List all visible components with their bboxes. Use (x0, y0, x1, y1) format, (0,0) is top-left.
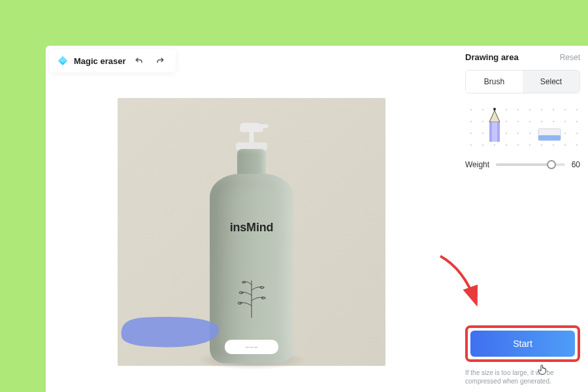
slider-thumb[interactable] (547, 160, 556, 169)
tool-choices (465, 104, 580, 151)
app-logo-icon (57, 55, 69, 67)
tool-title: Magic eraser (74, 56, 126, 66)
panel-footer: Start If the size is too large, it will … (465, 325, 580, 385)
svg-rect-10 (492, 122, 497, 142)
app-window: Magic eraser insMind — — — (46, 46, 588, 392)
svg-rect-12 (538, 135, 561, 140)
side-panel: Drawing area Reset Brush Select Weight 6… (457, 46, 588, 392)
svg-marker-8 (489, 110, 500, 122)
weight-value: 60 (572, 160, 580, 169)
mode-tabs: Brush Select (465, 70, 580, 93)
canvas-area[interactable]: insMind — — — (46, 46, 457, 392)
product-brand: insMind (206, 221, 297, 235)
tab-brush[interactable]: Brush (466, 71, 523, 93)
bottle-footer-label: — — — (225, 340, 278, 354)
weight-label: Weight (465, 160, 489, 169)
eraser-tool-icon[interactable] (537, 122, 562, 144)
hint-text: If the size is too large, it will be com… (465, 368, 580, 385)
panel-title: Drawing area (465, 52, 519, 62)
weight-slider[interactable] (496, 163, 565, 166)
undo-button[interactable] (131, 53, 147, 69)
panel-header: Drawing area Reset (465, 52, 580, 62)
slider-fill (496, 163, 551, 166)
tab-select[interactable]: Select (523, 71, 580, 93)
canvas-image: insMind — — — (118, 98, 385, 366)
toolbar: Magic eraser (49, 49, 176, 73)
redo-button[interactable] (152, 53, 168, 69)
pump-nozzle (261, 124, 269, 128)
redo-icon (155, 56, 165, 66)
eraser-mask-stroke (118, 311, 222, 351)
weight-row: Weight 60 (465, 160, 580, 169)
reset-button[interactable]: Reset (560, 53, 580, 62)
plant-sketch-icon (225, 267, 278, 319)
start-button[interactable]: Start (470, 331, 575, 357)
start-highlight: Start (465, 325, 580, 362)
undo-icon (134, 56, 144, 66)
brush-tool-icon[interactable] (483, 108, 506, 144)
